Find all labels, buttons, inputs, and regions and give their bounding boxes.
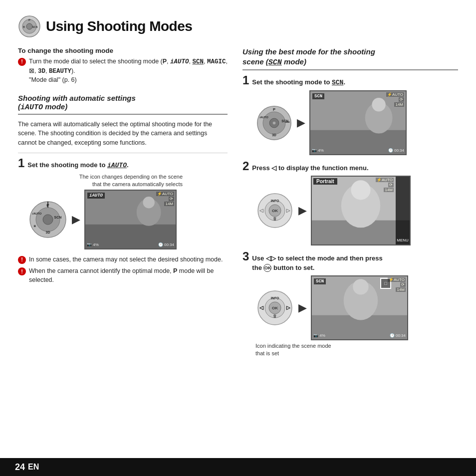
alert-icon-1: ! <box>18 58 26 66</box>
portrait-icon-rotate: ⟳ <box>388 183 394 187</box>
svg-text:B: B <box>34 225 36 228</box>
scn-bottom-right: 🕐 00:34 <box>388 148 404 153</box>
step3-icon-rotate: ⟳ <box>400 282 406 287</box>
note-2: ! When the camera cannot identify the op… <box>18 267 228 284</box>
alert-icon-2: ! <box>18 256 26 264</box>
page-title-area: P SCN B Using Shooting Modes <box>18 15 458 38</box>
caption-top: The icon changes depending on the scene <box>79 174 183 180</box>
svg-point-31 <box>372 98 385 111</box>
screen-bottom-right-1: 🕐 00:34 <box>158 242 174 247</box>
iauto-divider <box>18 114 228 115</box>
menu-text: MENU <box>397 238 409 242</box>
scn-badge: SCN <box>312 93 324 99</box>
step3-icons-right: ⚡AUTO ⟳ 14M <box>388 277 406 292</box>
caption-area: The icon changes depending on the scene … <box>28 173 183 189</box>
change-mode-alert-text: Turn the mode dial to select the shootin… <box>29 57 228 85</box>
left-step-1-num: 1 <box>18 157 24 169</box>
portrait-icons: ⚡AUTO ⟳ 14M <box>376 178 394 192</box>
icon-rotate-1: ⟳ <box>169 197 174 201</box>
step3-icon-14m: 14M <box>396 287 406 292</box>
change-mode-alert-item: ! Turn the mode dial to select the shoot… <box>18 57 228 85</box>
step3-screen: SCN □ ⚡AUTO ⟳ 14M <box>311 275 408 340</box>
scn-screen: SCN ⚡AUTO ⟳ 14M 📷 4% 🕐 00:34 <box>309 90 407 155</box>
svg-point-8 <box>43 215 53 225</box>
iauto-body-text: The camera will automatically select the… <box>18 120 228 148</box>
screen-icons-right-1: ⚡AUTO ⟳ 14M <box>156 192 174 206</box>
content-columns: To change the shooting mode ! Turn the m… <box>18 47 458 364</box>
scn-icon-14m: 14M <box>394 102 404 107</box>
step-divider-1 <box>18 153 228 153</box>
scn-bottom-left: 📷 4% <box>312 148 324 153</box>
svg-point-43 <box>351 181 370 200</box>
right-step-2-text: Press ◁ to display the function menu. <box>252 164 368 173</box>
scn-bottom: 📷 4% 🕐 00:34 <box>312 148 404 153</box>
left-column: To change the shooting mode ! Turn the m… <box>18 47 228 364</box>
portrait-label: Portrait <box>313 178 337 185</box>
step3-scn-badge: SCN <box>314 278 326 284</box>
step3-bottom-left: 📷 4% <box>313 333 325 338</box>
right-step-1-num: 1 <box>242 74 249 86</box>
icon-flash-1: ⚡AUTO <box>156 192 174 196</box>
right-step-3-content: INFO OK 🗑 ◁ ▷ ▶ <box>255 275 458 340</box>
arrow-right-4: ▶ <box>298 301 307 314</box>
right-step-1: 1 Set the shooting mode to SCN. P iAUTO … <box>242 75 458 155</box>
right-divider <box>242 69 458 70</box>
svg-text:▷: ▷ <box>286 208 290 213</box>
step3-bottom-right: 🕐 00:34 <box>390 333 406 338</box>
right-step-1-content: P iAUTO SCN 3D ▶ <box>255 90 458 155</box>
ok-circle: OK <box>263 264 271 272</box>
svg-text:◁: ◁ <box>259 208 263 213</box>
right-title-line2: scene (SCN mode) <box>242 57 306 66</box>
arrow-right-2: ▶ <box>297 116 305 129</box>
camera-screen-left-1: iAUTO ⚡AUTO ⟳ 14M 📷 4% � <box>84 190 177 249</box>
page-title: Using Shooting Modes <box>46 18 192 34</box>
portrait-icon-flash: ⚡AUTO <box>376 178 394 182</box>
screen-badge-left1: iAUTO <box>87 193 105 199</box>
svg-text:OK: OK <box>272 306 278 310</box>
step3-icon-flash: ⚡AUTO <box>388 277 406 282</box>
svg-text:P: P <box>28 18 30 21</box>
svg-point-18 <box>143 197 154 208</box>
bottom-bar: 24 EN <box>0 458 476 476</box>
page-number: 24 <box>15 462 25 473</box>
svg-text:3D: 3D <box>46 231 50 234</box>
svg-text:B: B <box>23 25 25 28</box>
right-step-2: 2 Press ◁ to display the function menu. … <box>242 161 458 245</box>
change-mode-heading: To change the shooting mode <box>18 47 228 54</box>
right-step-1-header: 1 Set the shooting mode to SCN. <box>242 75 458 87</box>
portrait-inner: Portrait ⚡AUTO ⟳ 14M MENU <box>312 177 410 244</box>
svg-text:▷: ▷ <box>286 305 291 310</box>
nav-button-svg-2: INFO OK 🗑 ◁ ▷ <box>255 191 294 230</box>
svg-text:🗑: 🗑 <box>273 314 277 318</box>
right-column: Using the best mode for the shooting sce… <box>242 47 458 364</box>
svg-text:◁: ◁ <box>259 305 264 310</box>
scn-icon-flash: ⚡AUTO <box>386 92 404 97</box>
svg-point-2 <box>26 23 32 29</box>
left-step-1-content: The icon changes depending on the scene … <box>28 173 228 249</box>
scn-icon-rotate: ⟳ <box>399 97 404 102</box>
step3-caption: Icon indicating the scene modethat is se… <box>255 342 458 358</box>
scn-icons-right: ⚡AUTO ⟳ 14M <box>386 92 404 107</box>
svg-text:🗑: 🗑 <box>273 217 277 221</box>
step3-selected-icon: □ <box>384 281 387 286</box>
right-step-3-text: Use ◁▷ to select the mode and then press… <box>252 254 382 272</box>
right-step-2-header: 2 Press ◁ to display the function menu. <box>242 161 458 173</box>
right-step-3: 3 Use ◁▷ to select the mode and then pre… <box>242 251 458 357</box>
iauto-section-heading: Shooting with automatic settings (iAUTO … <box>18 94 228 112</box>
portrait-menu-bar: MENU <box>396 177 410 244</box>
step3-bottom: 📷 4% 🕐 00:34 <box>313 333 406 338</box>
svg-text:INFO: INFO <box>271 199 279 203</box>
mode-dial-svg: P iAUTO SCN 3D B <box>28 200 68 239</box>
right-step-3-header: 3 Use ◁▷ to select the mode and then pre… <box>242 251 458 272</box>
iauto-heading-line2: (iAUTO mode) <box>18 102 67 111</box>
note-1-text: In some cases, the camera may not select… <box>29 255 223 264</box>
arrow-right-1: ▶ <box>72 213 80 226</box>
note-2-text: When the camera cannot identify the opti… <box>29 267 228 284</box>
left-step-1-text: Set the shooting mode to iAUTO. <box>27 161 128 170</box>
right-step-3-num: 3 <box>242 250 249 262</box>
scn-inner: SCN ⚡AUTO ⟳ 14M 📷 4% 🕐 00:34 <box>310 91 406 154</box>
svg-text:3D: 3D <box>272 133 276 136</box>
nav-button-svg-3: INFO OK 🗑 ◁ ▷ <box>255 288 294 327</box>
right-step-2-content: INFO OK 🗑 ◁ ▷ ▶ <box>255 176 458 245</box>
svg-text:OK: OK <box>272 209 278 213</box>
